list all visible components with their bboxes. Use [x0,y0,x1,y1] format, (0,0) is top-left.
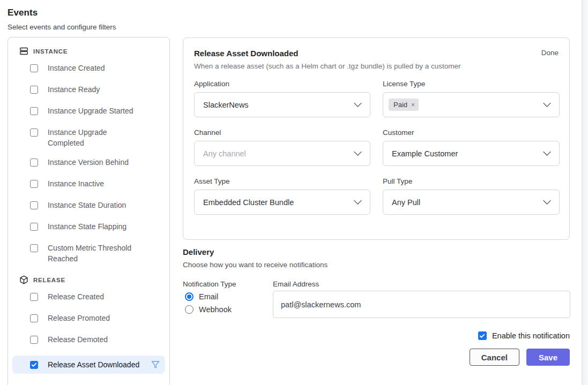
event-item-release-asset-downloaded[interactable]: Release Asset Downloaded [12,356,165,374]
section-header-instance: INSTANCE [8,44,169,58]
radio-email[interactable]: Email [183,292,273,301]
application-field: Application SlackerNews [194,80,370,117]
channel-label: Channel [194,129,370,137]
pull-type-select[interactable]: Any Pull [383,190,560,215]
enable-notification-label: Enable this notification [492,331,570,340]
asset-type-select[interactable]: Embedded Cluster Bundle [194,190,370,215]
event-item-instance-ready[interactable]: Instance Ready [12,84,165,97]
filter-icon[interactable] [151,360,160,369]
checkbox-unchecked[interactable] [30,293,38,301]
radio-selected-icon[interactable] [185,292,193,301]
asset-type-label: Asset Type [194,177,370,185]
enable-checkbox-checked[interactable] [478,331,487,340]
delivery-subtitle: Choose how you want to receive notificat… [183,261,570,269]
pull-type-field: Pull Type Any Pull [383,177,560,215]
delivery-section: Delivery Choose how you want to receive … [183,247,570,366]
license-type-field: License Type Paid × [383,80,560,117]
done-button[interactable]: Done [541,49,559,57]
checkbox-unchecked[interactable] [30,129,38,137]
checkbox-unchecked[interactable] [30,180,38,188]
application-select[interactable]: SlackerNews [194,92,370,117]
email-address-group: Email Address [273,280,570,318]
event-item-release-created[interactable]: Release Created [12,291,165,304]
checkbox-unchecked[interactable] [30,107,38,115]
checkbox-unchecked[interactable] [30,314,38,322]
checkbox-unchecked[interactable] [30,64,38,72]
radio-webhook[interactable]: Webhook [183,305,273,314]
save-button[interactable]: Save [526,349,570,366]
vertical-scrollbar[interactable] [582,0,588,385]
checkbox-checked[interactable] [30,361,38,369]
license-type-label: License Type [383,80,560,88]
enable-notification-row[interactable]: Enable this notification [183,331,570,340]
email-address-label: Email Address [273,280,570,288]
section-label: RELEASE [33,277,65,283]
release-asset-downloaded-filter-card: Release Asset Downloaded Done When a rel… [183,37,570,240]
event-item-instance-created[interactable]: Instance Created [12,63,165,76]
event-item-release-promoted[interactable]: Release Promoted [12,313,165,326]
chevron-down-icon [354,151,362,156]
checkbox-unchecked[interactable] [30,158,38,167]
card-description: When a release asset (such as a Helm cha… [194,62,559,70]
event-item-instance-inactive[interactable]: Instance Inactive [12,178,165,191]
radio-unselected-icon[interactable] [185,305,193,314]
server-icon [19,47,28,56]
chevron-down-icon [354,102,362,107]
section-header-customer: CUSTOMER [8,382,169,385]
event-item-custom-metric-threshold[interactable]: Custom Metric Threshold Reached [12,243,165,264]
event-item-instance-state-flapping[interactable]: Instance State Flapping [12,221,165,234]
channel-select[interactable]: Any channel [194,141,370,166]
checkbox-unchecked[interactable] [30,86,38,94]
license-type-select[interactable]: Paid × [383,92,560,117]
chevron-down-icon [543,102,551,107]
application-label: Application [194,80,370,88]
notification-type-group: Notification Type Email Webhook [183,280,273,318]
event-item-release-demoted[interactable]: Release Demoted [12,334,165,347]
chevron-down-icon [543,151,551,156]
event-item-instance-version-behind[interactable]: Instance Version Behind [12,157,165,170]
remove-tag-icon[interactable]: × [411,102,415,108]
license-tag: Paid × [389,99,419,111]
event-item-instance-upgrade-started[interactable]: Instance Upgrade Started [12,105,165,118]
delivery-title: Delivery [183,247,570,256]
customer-label: Customer [383,129,560,137]
checkbox-unchecked[interactable] [30,223,38,231]
event-list-panel: INSTANCE Instance Created Instance Ready… [8,37,170,385]
chevron-down-icon [543,200,551,205]
chevron-down-icon [354,200,362,205]
channel-field: Channel Any channel [194,129,370,166]
checkbox-unchecked[interactable] [30,244,38,252]
events-configuration-page: Events Select events and configure filte… [0,0,588,385]
section-label: INSTANCE [33,48,68,55]
page-subtitle: Select events and configure filters [8,23,116,31]
checkbox-unchecked[interactable] [30,336,38,344]
customer-field: Customer Example Customer [383,129,560,166]
card-title: Release Asset Downloaded [194,49,299,58]
event-item-instance-state-duration[interactable]: Instance State Duration [12,200,165,213]
notification-type-label: Notification Type [183,280,273,288]
package-icon [19,275,28,284]
cancel-button[interactable]: Cancel [470,349,519,366]
asset-type-field: Asset Type Embedded Cluster Bundle [194,177,370,215]
checkbox-unchecked[interactable] [30,201,38,209]
pull-type-label: Pull Type [383,177,560,185]
section-header-release: RELEASE [8,273,169,287]
email-address-input[interactable] [273,291,570,318]
page-title: Events [8,7,116,18]
event-item-instance-upgrade-completed[interactable]: Instance Upgrade Completed [12,127,165,148]
page-header: Events Select events and configure filte… [8,7,116,31]
customer-select[interactable]: Example Customer [383,141,560,166]
